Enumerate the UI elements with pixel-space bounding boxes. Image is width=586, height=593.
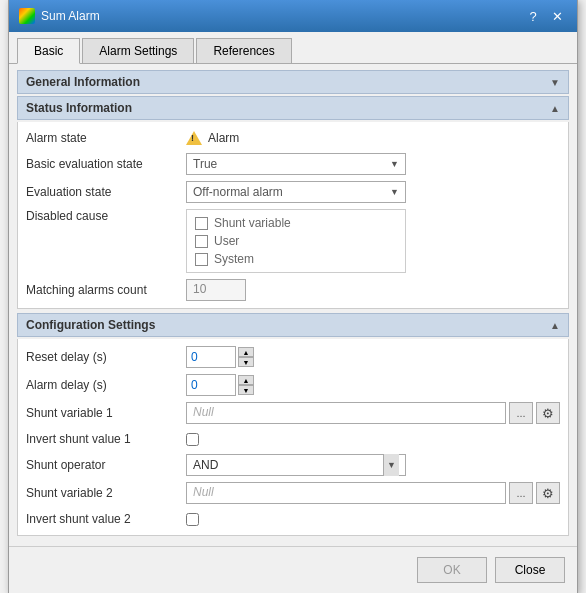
matching-alarms-label: Matching alarms count [26,283,186,297]
disabled-cause-row: Disabled cause Shunt variable User Syste… [18,206,568,276]
basic-eval-row: Basic evaluation state True ▼ [18,150,568,178]
reset-delay-spinner-btns: ▲ ▼ [238,347,254,367]
alarm-delay-up-btn[interactable]: ▲ [238,375,254,385]
basic-eval-dropdown-arrow: ▼ [390,159,399,169]
basic-eval-dropdown[interactable]: True ▼ [186,153,406,175]
title-bar-left: Sum Alarm [19,8,100,24]
shunt-var2-field[interactable]: Null [186,482,506,504]
invert-shunt1-row: Invert shunt value 1 [18,427,568,451]
shunt-var1-field[interactable]: Null [186,402,506,424]
invert-shunt2-checkbox[interactable] [186,513,199,526]
reset-delay-down-btn[interactable]: ▼ [238,357,254,367]
eval-state-row: Evaluation state Off-normal alarm ▼ [18,178,568,206]
shunt-var2-label: Shunt variable 2 [26,486,186,500]
alarm-state-value: Alarm [186,131,239,145]
shunt-operator-row: Shunt operator AND ▼ [18,451,568,479]
alarm-delay-spinner-btns: ▲ ▼ [238,375,254,395]
invert-shunt2-row: Invert shunt value 2 [18,507,568,531]
shunt-variable-checkbox[interactable] [195,217,208,230]
shunt-var2-row: Shunt variable 2 Null ... ⚙ [18,479,568,507]
shunt-var1-field-group: Null ... ⚙ [186,402,560,424]
basic-eval-label: Basic evaluation state [26,157,186,171]
shunt-var1-gear-btn[interactable]: ⚙ [536,402,560,424]
shunt-variable-label: Shunt variable [214,216,291,230]
shunt-var2-field-group: Null ... ⚙ [186,482,560,504]
reset-delay-spinner: ▲ ▼ [186,346,254,368]
status-info-title: Status Information [26,101,132,115]
shunt-var2-gear-btn[interactable]: ⚙ [536,482,560,504]
reset-delay-row: Reset delay (s) ▲ ▼ [18,343,568,371]
shunt-variable-row: Shunt variable [195,214,397,232]
status-info-body: Alarm state Alarm Basic evaluation state… [17,122,569,309]
ok-button[interactable]: OK [417,557,487,583]
user-label: User [214,234,239,248]
system-label: System [214,252,254,266]
status-info-chevron: ▲ [550,103,560,114]
shunt-operator-label: Shunt operator [26,458,186,472]
status-info-header[interactable]: Status Information ▲ [17,96,569,120]
shunt-var1-browse-btn[interactable]: ... [509,402,533,424]
config-settings-title: Configuration Settings [26,318,155,332]
shunt-operator-dropdown[interactable]: AND ▼ [186,454,406,476]
user-checkbox[interactable] [195,235,208,248]
reset-delay-up-btn[interactable]: ▲ [238,347,254,357]
invert-shunt1-checkbox[interactable] [186,433,199,446]
alarm-state-row: Alarm state Alarm [18,126,568,150]
general-info-title: General Information [26,75,140,89]
close-button[interactable]: Close [495,557,565,583]
user-row: User [195,232,397,250]
disabled-cause-group: Shunt variable User System [186,209,406,273]
basic-eval-value: True [193,157,217,171]
close-window-button[interactable]: ✕ [547,6,567,26]
disabled-cause-label: Disabled cause [26,209,186,223]
alarm-delay-spinner: ▲ ▼ [186,374,254,396]
matching-alarms-row: Matching alarms count 10 [18,276,568,304]
shunt-operator-value: AND [193,458,218,472]
footer: OK Close [9,546,577,593]
alarm-state-label: Alarm state [26,131,186,145]
alarm-delay-input[interactable] [186,374,236,396]
title-bar-controls: ? ✕ [523,6,567,26]
alarm-delay-down-btn[interactable]: ▼ [238,385,254,395]
reset-delay-label: Reset delay (s) [26,350,186,364]
app-icon [19,8,35,24]
alarm-triangle-icon [186,131,202,145]
tab-bar: Basic Alarm Settings References [9,32,577,64]
tab-references[interactable]: References [196,38,291,63]
config-settings-header[interactable]: Configuration Settings ▲ [17,313,569,337]
alarm-state-text: Alarm [208,131,239,145]
config-settings-body: Reset delay (s) ▲ ▼ Alarm delay (s) ▲ ▼ [17,339,569,536]
system-row: System [195,250,397,268]
eval-state-dropdown-arrow: ▼ [390,187,399,197]
general-info-header[interactable]: General Information ▼ [17,70,569,94]
config-settings-chevron: ▲ [550,320,560,331]
invert-shunt2-label: Invert shunt value 2 [26,512,186,526]
eval-state-label: Evaluation state [26,185,186,199]
shunt-var2-browse-btn[interactable]: ... [509,482,533,504]
shunt-operator-arrow: ▼ [383,454,399,476]
eval-state-dropdown[interactable]: Off-normal alarm ▼ [186,181,406,203]
reset-delay-input[interactable] [186,346,236,368]
general-info-chevron: ▼ [550,77,560,88]
window-title: Sum Alarm [41,9,100,23]
title-bar: Sum Alarm ? ✕ [9,0,577,32]
help-button[interactable]: ? [523,6,543,26]
alarm-delay-row: Alarm delay (s) ▲ ▼ [18,371,568,399]
tab-basic[interactable]: Basic [17,38,80,64]
alarm-delay-label: Alarm delay (s) [26,378,186,392]
shunt-var1-label: Shunt variable 1 [26,406,186,420]
eval-state-value: Off-normal alarm [193,185,283,199]
invert-shunt1-label: Invert shunt value 1 [26,432,186,446]
tab-alarm-settings[interactable]: Alarm Settings [82,38,194,63]
tab-content: General Information ▼ Status Information… [9,64,577,546]
shunt-var1-row: Shunt variable 1 Null ... ⚙ [18,399,568,427]
matching-alarms-input: 10 [186,279,246,301]
system-checkbox[interactable] [195,253,208,266]
main-window: Sum Alarm ? ✕ Basic Alarm Settings Refer… [8,0,578,593]
